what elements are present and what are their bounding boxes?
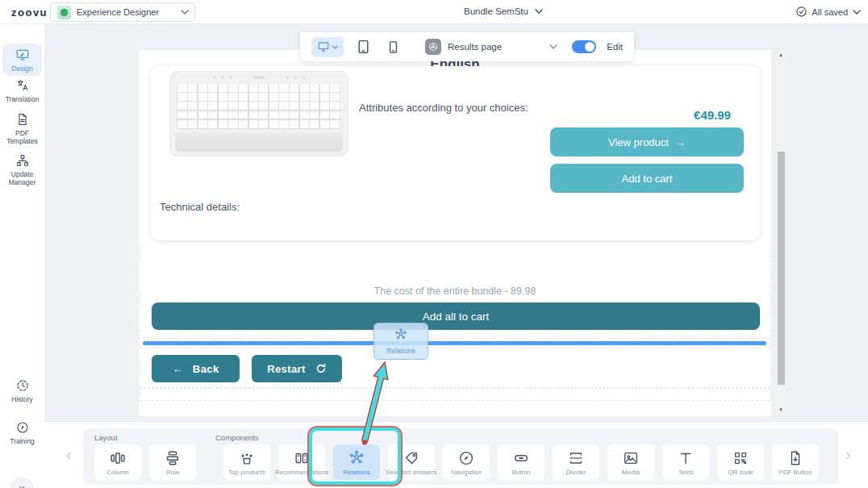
training-compass-icon xyxy=(15,420,30,435)
sidebar-item-update-manager[interactable]: Update Manager xyxy=(2,149,42,190)
scroll-up-icon[interactable]: ▲ xyxy=(776,52,786,57)
sidebar-item-label: Training xyxy=(10,437,34,445)
sidebar-item-label: History xyxy=(11,395,32,403)
sidebar-item-training[interactable]: Training xyxy=(2,416,42,448)
component-tile-button[interactable]: Button xyxy=(498,444,545,480)
view-product-button[interactable]: View product → xyxy=(550,127,744,156)
results-page-preview: English Attributes according to your cho… xyxy=(139,50,771,416)
sidebar-item-design[interactable]: Design xyxy=(2,44,42,76)
sidebar-item-history[interactable]: History xyxy=(2,374,42,407)
dragged-relations-component[interactable]: Relations xyxy=(373,323,428,360)
chevron-down-icon xyxy=(332,45,338,49)
translation-icon xyxy=(15,78,30,93)
history-clock-icon xyxy=(15,378,30,393)
panel-scroll-left-icon[interactable]: ‹ xyxy=(66,446,72,462)
device-tablet-button[interactable] xyxy=(353,37,373,57)
project-title: Bundle SemStu xyxy=(464,6,528,16)
back-label: Back xyxy=(193,363,219,375)
top-bar: zoovu Experience Designer Bundle SemStu … xyxy=(0,0,868,24)
user-avatar[interactable]: K xyxy=(10,478,34,488)
tile-label: Media xyxy=(622,469,640,476)
component-tile-navigation[interactable]: Navigation xyxy=(443,444,490,480)
save-status-dropdown[interactable]: All saved xyxy=(796,6,860,17)
media-image-icon xyxy=(622,449,640,467)
tile-label: Recommendations xyxy=(275,469,329,476)
component-tile-pdf-button[interactable]: PDF Button xyxy=(772,444,819,480)
product-card[interactable]: Attributes according to your choices: €4… xyxy=(151,66,760,240)
column-icon xyxy=(109,449,127,467)
top-products-icon xyxy=(238,449,256,467)
results-page-icon xyxy=(425,39,441,55)
tag-icon xyxy=(403,449,420,467)
relations-icon xyxy=(394,327,408,345)
left-sidebar: Design Translation PDF Templates Update … xyxy=(0,24,44,488)
restart-button[interactable]: Restart xyxy=(252,355,342,382)
component-palette: Layout Components Column Row Top product… xyxy=(83,428,839,485)
tile-label: QR code xyxy=(728,469,753,476)
component-tile-top-products[interactable]: Top products xyxy=(223,444,270,480)
layout-tile-column[interactable]: Column xyxy=(94,444,141,480)
divider-icon xyxy=(567,449,585,467)
edit-toggle[interactable] xyxy=(572,40,596,53)
app-switcher-label: Experience Designer xyxy=(77,7,175,17)
tile-label: Relations xyxy=(343,469,369,476)
component-tile-media[interactable]: Media xyxy=(607,444,654,480)
text-icon xyxy=(677,449,695,467)
canvas-scrollbar[interactable]: ▲ ▼ xyxy=(776,50,786,415)
layout-tile-row[interactable]: Row xyxy=(149,444,196,480)
attributes-label: Attributes according to your choices: xyxy=(359,102,528,114)
tile-label: Texts xyxy=(678,469,694,476)
pdf-file-icon xyxy=(15,112,30,127)
row-icon xyxy=(164,449,182,467)
navigation-compass-icon xyxy=(457,449,475,467)
component-tile-relations[interactable]: Relations xyxy=(333,444,380,480)
sidebar-item-translation[interactable]: Translation xyxy=(2,74,42,106)
relations-icon xyxy=(348,449,365,467)
component-tile-texts[interactable]: Texts xyxy=(662,444,709,480)
page-selector[interactable]: Results page xyxy=(425,39,502,55)
sitemap-icon xyxy=(15,153,30,168)
panel-scroll-right-icon[interactable]: › xyxy=(845,446,851,462)
app-switcher-dropdown[interactable]: Experience Designer xyxy=(50,2,195,22)
arrow-right-icon: → xyxy=(675,136,686,148)
add-to-cart-button[interactable]: Add to cart xyxy=(550,164,744,193)
recommendations-icon xyxy=(293,449,311,467)
product-image-keyboard xyxy=(169,71,348,156)
tile-label: PDF Button xyxy=(778,469,812,476)
tile-label: Selected answers xyxy=(386,469,436,476)
chevron-down-icon xyxy=(535,9,542,14)
sidebar-item-label: Design xyxy=(11,65,32,73)
pdf-button-icon xyxy=(787,449,804,467)
sidebar-item-pdf-templates[interactable]: PDF Templates xyxy=(2,108,42,148)
component-tile-qr-code[interactable]: QR code xyxy=(717,444,764,480)
experience-designer-app: zoovu Experience Designer Bundle SemStu … xyxy=(0,0,868,488)
drop-zone-row xyxy=(140,388,770,401)
chevron-down-icon[interactable] xyxy=(549,44,557,49)
sidebar-item-label: Translation xyxy=(6,95,40,103)
layout-section-label: Layout xyxy=(94,433,118,442)
design-canvas: English Attributes according to your cho… xyxy=(44,24,868,421)
component-panel: ‹ Layout Components Column Row Top produ… xyxy=(0,421,868,488)
project-title-dropdown[interactable]: Bundle SemStu xyxy=(464,6,542,16)
device-mobile-button[interactable] xyxy=(382,37,403,57)
scroll-down-icon[interactable]: ▼ xyxy=(776,407,786,412)
scrollbar-thumb[interactable] xyxy=(778,152,785,385)
sidebar-item-label: Update Manager xyxy=(2,170,42,186)
chevron-down-icon xyxy=(853,10,860,15)
tile-label: Row xyxy=(166,469,179,476)
preview-toolbar: Results page Edit xyxy=(300,32,634,61)
restart-label: Restart xyxy=(267,363,306,375)
restart-icon xyxy=(315,363,327,374)
add-to-cart-label: Add to cart xyxy=(622,173,673,185)
component-tile-selected-answers[interactable]: Selected answers xyxy=(388,444,435,480)
components-section-label: Components xyxy=(215,433,259,442)
dragged-component-label: Relations xyxy=(386,347,415,355)
component-tile-recommendations[interactable]: Recommendations xyxy=(278,444,325,480)
zoovu-logo: zoovu xyxy=(11,6,48,19)
back-button[interactable]: ← Back xyxy=(152,355,240,382)
view-product-label: View product xyxy=(608,136,669,148)
component-tile-divider[interactable]: Divider xyxy=(553,444,599,480)
tile-label: Button xyxy=(511,469,530,476)
product-price: €49.99 xyxy=(664,108,761,122)
device-desktop-button[interactable] xyxy=(311,37,344,57)
